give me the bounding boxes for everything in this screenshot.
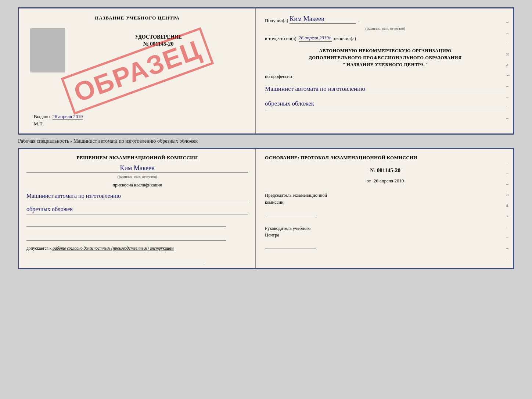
qual-profession-1: Машинист автомата по изготовлению xyxy=(26,191,248,201)
rukovat-line2: Центра xyxy=(265,232,506,239)
qdash-arrow: ← xyxy=(506,213,511,219)
mp-label: М.П. xyxy=(30,121,248,127)
vtom-label: в том, что он(а) xyxy=(265,36,296,42)
specialty-label: Рабочая специальность - Машинист автомат… xyxy=(18,137,198,146)
protocol-number: № 001145-20 xyxy=(265,167,506,174)
poluchil-name: Ким Макеев xyxy=(290,15,356,24)
dash-6: – xyxy=(506,105,511,110)
qdash-4: – xyxy=(506,224,511,229)
qual-left-panel: Решением экзаменационной комиссии Ким Ма… xyxy=(19,149,256,268)
vydano-date: 26 апреля 2019 xyxy=(53,114,83,120)
certificate-book: НАЗВАНИЕ УЧЕБНОГО ЦЕНТРА УДОСТОВЕРЕНИЕ №… xyxy=(18,7,514,135)
dash-7: – xyxy=(506,115,511,121)
ot-label: от xyxy=(367,178,371,184)
rukovat-line1: Руководитель учебного xyxy=(265,225,506,232)
qual-right-panel: Основание: протокол экзаменационной коми… xyxy=(256,149,513,268)
rukovat-block: Руководитель учебного Центра xyxy=(265,225,506,249)
photo-placeholder xyxy=(30,28,65,72)
blank-line-3 xyxy=(26,255,204,262)
dash-3: – xyxy=(506,41,511,46)
dopuskaetsya-value: работе согласно должностным (производств… xyxy=(53,246,173,250)
qdash-i: и xyxy=(506,192,511,197)
dash-2: – xyxy=(506,30,511,36)
cert-right-panel: Получил(а) Ким Макеев – (фамилия, имя, о… xyxy=(256,8,513,133)
qualification-book: Решением экзаменационной комиссии Ким Ма… xyxy=(18,148,514,269)
right-dashes-qual: – – – и а ← – – – – xyxy=(506,160,511,261)
blank-line-1 xyxy=(26,220,226,227)
qdash-5: – xyxy=(506,235,511,240)
profession-value-1: Машинист автомата по изготовлению xyxy=(265,84,506,94)
org-line2: ДОПОЛНИТЕЛЬНОГО ПРОФЕССИОНАЛЬНОГО ОБРАЗО… xyxy=(265,54,506,61)
vtom-row: в том, что он(а) 26 апреля 2019г. окончи… xyxy=(265,35,506,42)
dash-after-name: – xyxy=(357,18,360,24)
okonchil-label: окончил(а) xyxy=(334,36,356,42)
rukovat-sign-line xyxy=(265,242,316,249)
org-name: " НАЗВАНИЕ УЧЕБНОГО ЦЕНТРА " xyxy=(265,61,506,68)
blank-lines xyxy=(26,220,248,241)
blank-line-2 xyxy=(26,234,226,241)
komissia-name: Ким Макеев xyxy=(26,164,248,172)
qual-profession-2: обрезных обложек xyxy=(26,204,248,214)
cert-number: № 001145-20 xyxy=(143,41,174,47)
cert-school-title: НАЗВАНИЕ УЧЕБНОГО ЦЕНТРА xyxy=(95,15,180,21)
qdash-1: – xyxy=(506,160,511,165)
profession-label: по профессии xyxy=(265,74,506,79)
right-dashes-cert: – – – и а ← – – – – xyxy=(506,19,511,121)
osnovanie-text: Основание: протокол экзаменационной коми… xyxy=(265,155,506,161)
cert-left-panel: НАЗВАНИЕ УЧЕБНОГО ЦЕНТРА УДОСТОВЕРЕНИЕ №… xyxy=(19,8,256,133)
dash-i: и xyxy=(506,51,511,57)
qdash-a: а xyxy=(506,203,511,208)
dash-arrow: ← xyxy=(506,73,511,78)
qdash-2: – xyxy=(506,171,511,176)
org-block: АВТОНОМНУЮ НЕКОММЕРЧЕСКУЮ ОРГАНИЗАЦИЮ ДО… xyxy=(265,47,506,68)
udost-title: УДОСТОВЕРЕНИЕ xyxy=(135,34,181,40)
ot-date-value: 26 апреля 2019 xyxy=(374,178,404,184)
profession-value-2: обрезных обложек xyxy=(265,99,506,109)
qdash-3: – xyxy=(506,181,511,187)
org-line1: АВТОНОМНУЮ НЕКОММЕРЧЕСКУЮ ОРГАНИЗАЦИЮ xyxy=(265,47,506,54)
fio-hint-cert: (фамилия, имя, отчество) xyxy=(265,26,506,31)
fio-hint-qual: (фамилия, имя, отчество) xyxy=(26,175,248,179)
chairman-line2: комиссии xyxy=(265,199,506,206)
dash-5: – xyxy=(506,94,511,100)
vtom-date: 26 апреля 2019г. xyxy=(299,35,332,42)
ot-date: от 26 апреля 2019 xyxy=(265,178,506,184)
chairman-sign-line xyxy=(265,209,316,216)
document-container: НАЗВАНИЕ УЧЕБНОГО ЦЕНТРА УДОСТОВЕРЕНИЕ №… xyxy=(18,7,514,269)
qdash-6: – xyxy=(506,245,511,251)
dash-a: а xyxy=(506,62,511,68)
poluchil-label: Получил(а) xyxy=(265,18,288,24)
prisvoena-text: присвоена квалификация xyxy=(26,182,248,188)
dash-4: – xyxy=(506,83,511,89)
dopuskaetsya-label: допускается к xyxy=(26,246,51,250)
chairman-line1: Председатель экзаменационной xyxy=(265,192,506,199)
chairman-block: Председатель экзаменационной комиссии xyxy=(265,192,506,216)
vydano-label: Выдано xyxy=(34,114,50,119)
dopuskaetsya-text: допускается к работе согласно должностны… xyxy=(26,246,248,250)
qdash-7: – xyxy=(506,256,511,261)
komissia-text: Решением экзаменационной комиссии xyxy=(26,155,248,161)
dash-1: – xyxy=(506,19,511,25)
vydano-line: Выдано 26 апреля 2019 xyxy=(30,106,248,120)
